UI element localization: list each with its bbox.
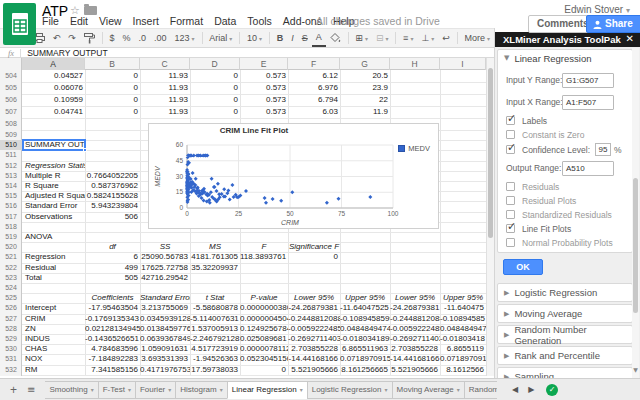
- cell-B520[interactable]: df: [85, 242, 140, 252]
- menu-file[interactable]: File: [42, 15, 59, 27]
- cell-H525[interactable]: Lower 95%: [390, 293, 440, 303]
- section-rank-and-percentile[interactable]: ▶Rank and Percentile: [497, 346, 633, 365]
- cell-D527[interactable]: -5.114007631: [190, 314, 240, 324]
- cell-A531[interactable]: NOX: [22, 354, 85, 364]
- tab-scroll-left-icon[interactable]: ◀: [512, 385, 518, 394]
- cell-E529[interactable]: 0.025089681: [240, 334, 288, 344]
- cell-F532[interactable]: 5.521905666: [288, 365, 340, 375]
- cell-B517[interactable]: 506: [85, 212, 140, 222]
- cell-G507[interactable]: 11.9: [340, 106, 390, 118]
- cell-B522[interactable]: 499: [85, 263, 140, 273]
- cell-D505[interactable]: 0: [190, 82, 240, 94]
- row-header-517[interactable]: 517: [0, 212, 22, 222]
- cell-A504[interactable]: 0.04527: [22, 70, 85, 82]
- row-header-510[interactable]: 510: [0, 140, 22, 150]
- text-wrap-button[interactable]: ↩: [438, 29, 454, 47]
- cell-C523[interactable]: 42716.29542: [140, 273, 190, 283]
- row-header-507[interactable]: 507: [0, 106, 22, 118]
- cell-D522[interactable]: 35.32209937: [190, 263, 240, 273]
- cell-E526[interactable]: 0.000000038077: [240, 303, 288, 313]
- residuals-checkbox[interactable]: [506, 182, 515, 191]
- cell-D521[interactable]: 4181.761305: [190, 252, 240, 262]
- sidebar-scrollbar[interactable]: [632, 48, 639, 378]
- residual-plots-checkbox[interactable]: [506, 196, 515, 205]
- cell-E530[interactable]: 0.000007811289: [240, 344, 288, 354]
- cell-B530[interactable]: 4.784683596: [85, 344, 140, 354]
- input-x-range-field[interactable]: A1:F507: [562, 95, 614, 110]
- row-header-509[interactable]: 509: [0, 130, 22, 140]
- cell-D532[interactable]: 17.59738033: [190, 365, 240, 375]
- cell-G525[interactable]: Upper 95%: [340, 293, 390, 303]
- cell-A506[interactable]: 0.10959: [22, 94, 85, 106]
- cell-A514[interactable]: R Square: [22, 181, 85, 191]
- undo-button[interactable]: ↶: [49, 29, 65, 47]
- cell-E506[interactable]: 0.573: [240, 94, 288, 106]
- borders-button[interactable]: ⊞▾: [351, 29, 372, 47]
- labels-checkbox[interactable]: [506, 116, 515, 125]
- row-header-523[interactable]: 523: [0, 273, 22, 283]
- row-header-529[interactable]: 529: [0, 334, 22, 344]
- selected-cell-outline[interactable]: [22, 139, 86, 151]
- menu-insert[interactable]: Insert: [133, 15, 159, 27]
- row-header-506[interactable]: 506: [0, 94, 22, 106]
- row-header-508[interactable]: 508: [0, 118, 22, 130]
- cell-F528[interactable]: -0.005922248536: [288, 324, 340, 334]
- cell-A530[interactable]: CHAS: [22, 344, 85, 354]
- cell-G505[interactable]: 23.9: [340, 82, 390, 94]
- row-header-516[interactable]: 516: [0, 201, 22, 211]
- cell-A523[interactable]: Total: [22, 273, 85, 283]
- cell-B527[interactable]: -0.1769135343: [85, 314, 140, 324]
- cell-A505[interactable]: 0.06076: [22, 82, 85, 94]
- cell-C526[interactable]: 3.213755069: [140, 303, 190, 313]
- row-header-530[interactable]: 530: [0, 344, 22, 354]
- cell-B507[interactable]: 0: [85, 106, 140, 118]
- column-header-E[interactable]: E: [240, 58, 288, 70]
- row-header-505[interactable]: 505: [0, 82, 22, 94]
- row-header-518[interactable]: 518: [0, 222, 22, 232]
- section-moving-average[interactable]: ▶Moving Average: [497, 304, 633, 323]
- sheet-tab-histogram[interactable]: Histogram▾: [175, 381, 227, 399]
- increase-decimals-button[interactable]: .00: [150, 29, 171, 47]
- cell-E520[interactable]: F: [240, 242, 288, 252]
- cell-I527[interactable]: -0.10894585: [440, 314, 486, 324]
- bold-button[interactable]: B: [273, 29, 288, 47]
- cell-C530[interactable]: 1.059091631: [140, 344, 190, 354]
- row-header-515[interactable]: 515: [0, 191, 22, 201]
- cell-A507[interactable]: 0.04741: [22, 106, 85, 118]
- chevron-down-icon[interactable]: ▾: [457, 386, 460, 393]
- cell-B521[interactable]: 6: [85, 252, 140, 262]
- column-header-A[interactable]: A: [22, 58, 85, 70]
- cell-F529[interactable]: -0.2692711403: [288, 334, 340, 344]
- cell-A526[interactable]: Intercept: [22, 303, 85, 313]
- row-header-527[interactable]: 527: [0, 314, 22, 324]
- cell-A516[interactable]: Standard Error: [22, 201, 85, 211]
- output-range-field[interactable]: A510: [562, 161, 614, 176]
- cell-C522[interactable]: 17625.72758: [140, 263, 190, 273]
- column-header-F[interactable]: F: [288, 58, 340, 70]
- cell-B529[interactable]: -0.1436526651: [85, 334, 140, 344]
- sheet-tab-smoothing[interactable]: Smoothing▾: [45, 381, 98, 399]
- paint-format-button[interactable]: [80, 29, 99, 47]
- row-header-528[interactable]: 528: [0, 324, 22, 334]
- cell-F505[interactable]: 6.976: [288, 82, 340, 94]
- column-header-H[interactable]: H: [390, 58, 440, 70]
- cell-D526[interactable]: -5.58680878: [190, 303, 240, 313]
- sheet-tab-logistic-regression[interactable]: Logistic Regression▾: [307, 381, 393, 399]
- cell-E532[interactable]: 0: [240, 365, 288, 375]
- cell-D525[interactable]: t Stat: [190, 293, 240, 303]
- cell-C506[interactable]: 11.93: [140, 94, 190, 106]
- menu-tools[interactable]: Tools: [247, 15, 272, 27]
- cell-F507[interactable]: 6.03: [288, 106, 340, 118]
- section-sampling[interactable]: ▶Sampling: [497, 367, 633, 378]
- cell-C527[interactable]: 0.03459391285: [140, 314, 190, 324]
- add-sheet-button[interactable]: +: [10, 383, 17, 397]
- row-header-525[interactable]: 525: [0, 293, 22, 303]
- cell-I529[interactable]: -0.01803418: [440, 334, 486, 344]
- linear-regression-section-header[interactable]: ▼ Linear Regression: [498, 50, 632, 66]
- cell-I525[interactable]: Upper 95%: [440, 293, 486, 303]
- horizontal-align-button[interactable]: ≡▾: [399, 29, 417, 47]
- cell-I531[interactable]: 0.071897091: [440, 354, 486, 364]
- cell-A528[interactable]: ZN: [22, 324, 85, 334]
- cell-D529[interactable]: -2.246792128: [190, 334, 240, 344]
- cell-G530[interactable]: 6.865511963: [340, 344, 390, 354]
